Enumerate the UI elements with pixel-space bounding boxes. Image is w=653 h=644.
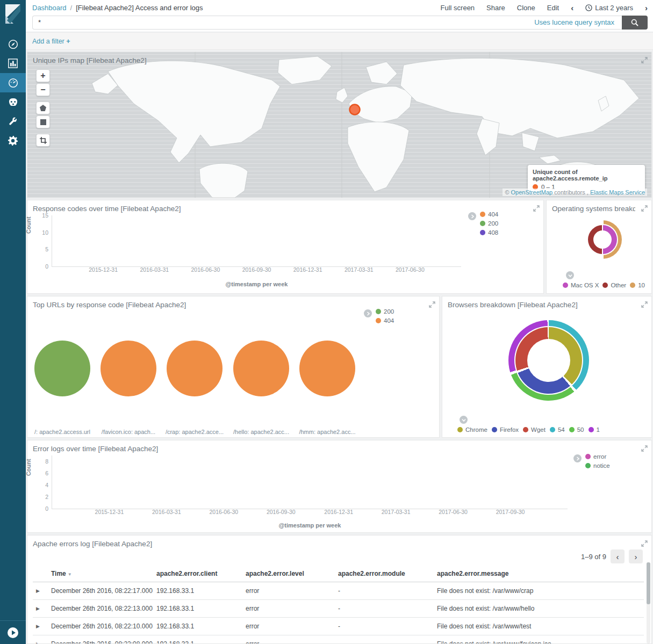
scrollbar-thumb[interactable]	[647, 562, 650, 604]
legend-dot	[550, 427, 555, 432]
sidebar-item-dev-tools[interactable]	[0, 112, 26, 131]
cell-level: error	[246, 640, 338, 644]
pagination-prev-button[interactable]: ‹	[611, 549, 625, 563]
timelion-icon	[8, 98, 18, 107]
legend-item-error[interactable]: error	[585, 453, 610, 460]
map-draw-polygon-button[interactable]	[36, 102, 50, 114]
lucene-syntax-link[interactable]: Uses lucene query syntax	[531, 18, 618, 26]
map-fit-bounds-button[interactable]	[36, 134, 50, 147]
legend-item-408[interactable]: 408	[480, 229, 498, 236]
os-donut-inner-ring[interactable]	[588, 225, 617, 254]
expand-panel-icon[interactable]	[429, 301, 435, 308]
sidebar-item-timelion[interactable]	[0, 92, 26, 112]
col-client[interactable]: apache2.error.client	[156, 570, 246, 577]
fullscreen-button[interactable]: Full screen	[441, 4, 475, 12]
time-forward-button[interactable]: ›	[645, 4, 648, 12]
legend-label: notice	[593, 462, 610, 469]
legend-toggle-button[interactable]	[573, 454, 582, 462]
map-draw-rectangle-button[interactable]	[36, 115, 50, 128]
pie-favicon[interactable]	[101, 341, 156, 396]
legend-item-50[interactable]: 50	[569, 426, 584, 433]
pagination-next-button[interactable]: ›	[629, 549, 643, 563]
breadcrumb-dashboard-link[interactable]: Dashboard	[32, 4, 67, 12]
chevron-right-icon	[366, 312, 370, 316]
panel-title-top-urls: Top URLs by response code [Filebeat Apac…	[33, 301, 186, 309]
sidebar-item-dashboard[interactable]	[0, 73, 26, 92]
breadcrumb-page-title: [Filebeat Apache2] Access and error logs	[76, 4, 203, 12]
os-donut-outer-ring[interactable]	[583, 220, 622, 259]
map-zoom-in-button[interactable]: +	[36, 69, 50, 82]
table-row[interactable]: ▶ December 26th 2016, 08:22:17.000 192.1…	[33, 582, 644, 600]
pie-hello[interactable]	[233, 341, 289, 396]
collapse-nav-button[interactable]	[7, 627, 19, 639]
geo-point-marker[interactable]	[350, 105, 360, 115]
response-legend: 404 200 408	[480, 211, 498, 238]
sidebar-item-management[interactable]	[0, 131, 26, 150]
expand-panel-icon[interactable]	[641, 540, 648, 547]
row-expand-caret[interactable]: ▶	[33, 641, 51, 644]
pie-hmm[interactable]	[299, 341, 355, 396]
table-row[interactable]: ▶ December 26th 2016, 08:22:10.000 192.1…	[33, 618, 644, 635]
expand-panel-icon[interactable]	[641, 205, 648, 212]
donut-hole	[527, 339, 570, 382]
table-scrollbar[interactable]	[647, 562, 650, 643]
clone-button[interactable]: Clone	[517, 4, 535, 12]
legend-toggle-button[interactable]	[468, 212, 476, 220]
attribution-mid: contributors ,	[552, 189, 590, 196]
chevron-right-icon	[576, 457, 580, 461]
legend-item-notice[interactable]: notice	[585, 462, 610, 469]
legend-item-macosx[interactable]: Mac OS X	[563, 282, 599, 288]
share-button[interactable]: Share	[486, 4, 505, 12]
pie-crap[interactable]	[167, 341, 223, 396]
legend-item-other[interactable]: Other	[602, 282, 626, 288]
col-level[interactable]: apache2.error.level	[246, 570, 338, 577]
kibana-logo[interactable]	[0, 0, 26, 28]
time-picker-button[interactable]: Last 2 years	[585, 4, 633, 12]
legend-item-firefox[interactable]: Firefox	[492, 426, 519, 433]
browsers-donut-inner-ring[interactable]	[515, 327, 582, 394]
legend-item-404[interactable]: 404	[480, 211, 498, 218]
row-expand-caret[interactable]: ▶	[33, 588, 51, 594]
search-button[interactable]	[622, 16, 648, 30]
legend-item-200[interactable]: 200	[376, 308, 394, 315]
expand-panel-icon[interactable]	[533, 205, 540, 212]
expand-panel-icon[interactable]	[641, 57, 648, 63]
legend-item-10[interactable]: 10	[630, 282, 645, 288]
table-row[interactable]: ▶ December 26th 2016, 08:22:13.000 192.1…	[33, 600, 644, 618]
openstreetmap-link[interactable]: OpenStreetMap	[511, 189, 553, 196]
row-expand-caret[interactable]: ▶	[33, 624, 51, 629]
legend-toggle-button[interactable]	[364, 309, 372, 317]
legend-item-chrome[interactable]: Chrome	[457, 426, 487, 433]
y-tick: 4	[45, 482, 48, 488]
panel-browsers-breakdown: Browsers breakdown [Filebeat Apache2] Ch…	[442, 296, 652, 438]
time-back-button[interactable]: ‹	[571, 4, 573, 12]
y-tick: 0	[45, 263, 48, 270]
legend-item-200[interactable]: 200	[480, 220, 498, 227]
col-module[interactable]: apache2.error.module	[338, 570, 437, 577]
table-row[interactable]: ▶ December 26th 2016, 08:22:08.000 192.1…	[33, 635, 644, 644]
col-message[interactable]: apache2.error.message	[437, 570, 644, 577]
row-expand-caret[interactable]: ▶	[33, 606, 51, 611]
errorlogs-legend: error notice	[585, 453, 610, 472]
legend-label: Other	[611, 282, 626, 288]
expand-panel-icon[interactable]	[641, 301, 648, 308]
legend-toggle-button[interactable]	[460, 416, 468, 424]
add-filter-button[interactable]: Add a filter +	[32, 38, 70, 45]
col-time[interactable]: Time▼	[51, 570, 156, 577]
elastic-maps-link[interactable]: Elastic Maps Service	[590, 189, 645, 196]
expand-panel-icon[interactable]	[641, 445, 648, 452]
legend-item-1[interactable]: 1	[589, 426, 600, 433]
map-zoom-out-button[interactable]: −	[36, 83, 50, 96]
sidebar-item-discover[interactable]	[0, 34, 26, 54]
legend-toggle-button[interactable]	[566, 271, 574, 279]
legend-item-54[interactable]: 54	[550, 426, 565, 433]
edit-button[interactable]: Edit	[547, 4, 559, 12]
pie-slash[interactable]	[34, 341, 90, 396]
legend-item-404[interactable]: 404	[376, 317, 394, 324]
polygon-icon	[40, 105, 46, 111]
legend-label: 200	[384, 308, 394, 315]
legend-item-wget[interactable]: Wget	[523, 426, 546, 433]
sidebar-item-visualize[interactable]	[0, 54, 26, 73]
browsers-donut-outer-ring[interactable]	[508, 320, 589, 401]
legend-label: 200	[488, 220, 498, 227]
